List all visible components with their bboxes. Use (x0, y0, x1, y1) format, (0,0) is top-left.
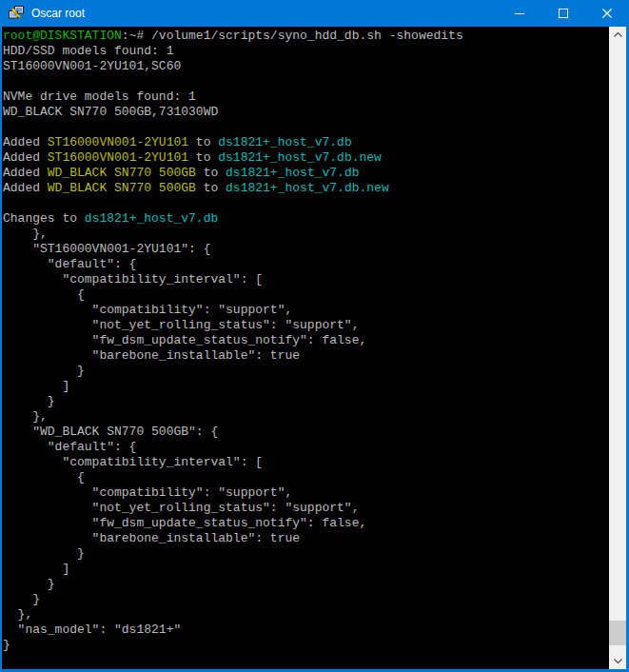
terminal-line: "compatibility": "support", (3, 485, 609, 501)
terminal-line: } (3, 394, 609, 409)
terminal-line: HDD/SSD models found: 1 (3, 44, 609, 59)
terminal-line: "compatibility": "support", (3, 303, 609, 318)
terminal-line: } (3, 592, 609, 607)
terminal-line: "not_yet_rolling_status": "support", (3, 318, 609, 333)
close-button[interactable] (585, 0, 629, 27)
scroll-track[interactable] (609, 43, 626, 653)
terminal-line: Added WD_BLACK SN770 500GB to ds1821+_ho… (3, 181, 609, 196)
terminal-line: }, (3, 409, 609, 425)
minimize-button[interactable] (498, 0, 541, 27)
terminal-line: } (3, 638, 609, 653)
terminal-line: }, (3, 607, 609, 623)
scrollbar[interactable] (609, 27, 626, 669)
terminal-line: WD_BLACK SN770 500GB,731030WD (3, 105, 609, 120)
terminal-line: ] (3, 562, 609, 577)
terminal-line: } (3, 364, 609, 379)
terminal-line: Changes to ds1821+_host_v7.db (3, 211, 609, 227)
window-title: Oscar root (31, 7, 498, 20)
terminal-line: "fw_dsm_update_status_notify": false, (3, 516, 609, 531)
terminal-line: }, (3, 227, 609, 242)
terminal-line: Added WD_BLACK SN770 500GB to ds1821+_ho… (3, 166, 609, 181)
maximize-button[interactable] (541, 0, 585, 27)
terminal-line: "nas_model": "ds1821+" (3, 623, 609, 638)
maximize-icon (559, 9, 568, 18)
putty-app-icon[interactable] (9, 6, 24, 21)
close-icon (602, 9, 612, 18)
terminal-line: ] (3, 379, 609, 394)
terminal-line: "WD_BLACK SN770 500GB": { (3, 425, 609, 440)
chevron-down-icon (614, 659, 622, 663)
scroll-thumb[interactable] (609, 621, 626, 645)
putty-window: Oscar root root@DISKSTATION:~# /volume1/… (0, 0, 629, 672)
minimize-icon (515, 9, 524, 18)
scroll-down-button[interactable] (609, 653, 626, 669)
terminal-line: "compatibility_interval": [ (3, 272, 609, 287)
terminal-line (3, 120, 609, 135)
terminal-line (3, 196, 609, 211)
terminal-line: NVMe drive models found: 1 (3, 89, 609, 105)
terminal-line: "barebone_installable": true (3, 348, 609, 364)
terminal-line: "default": { (3, 257, 609, 272)
terminal-line: root@DISKSTATION:~# /volume1/scripts/syn… (3, 29, 609, 44)
terminal-line: { (3, 287, 609, 303)
terminal-line (3, 74, 609, 89)
terminal-line: Added ST16000VN001-2YU101 to ds1821+_hos… (3, 135, 609, 150)
terminal-line: "fw_dsm_update_status_notify": false, (3, 333, 609, 348)
terminal-line: "compatibility_interval": [ (3, 455, 609, 470)
titlebar[interactable]: Oscar root (0, 0, 629, 27)
terminal-line: Added ST16000VN001-2YU101 to ds1821+_hos… (3, 150, 609, 166)
terminal-line: ST16000VN001-2YU101,SC60 (3, 59, 609, 74)
terminal-line: } (3, 546, 609, 562)
terminal-line: "ST16000VN001-2YU101": { (3, 242, 609, 257)
terminal-line: { (3, 470, 609, 485)
terminal-line: "barebone_installable": true (3, 531, 609, 546)
scroll-up-button[interactable] (609, 27, 626, 43)
chevron-up-icon (614, 32, 622, 37)
terminal-line: "not_yet_rolling_status": "support", (3, 501, 609, 516)
terminal-line: "default": { (3, 440, 609, 455)
window-body: root@DISKSTATION:~# /volume1/scripts/syn… (0, 27, 629, 672)
terminal-screen[interactable]: root@DISKSTATION:~# /volume1/scripts/syn… (2, 27, 609, 669)
terminal-line: } (3, 577, 609, 592)
